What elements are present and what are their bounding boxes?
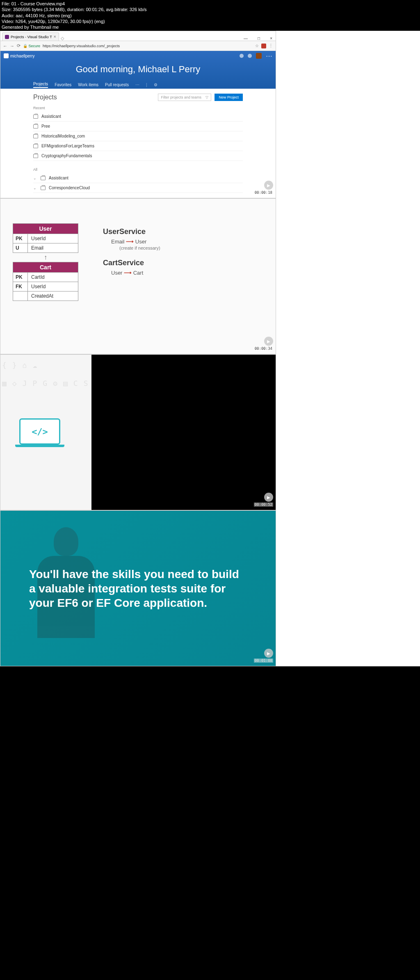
play-button[interactable]: ▶ [264,649,273,658]
video-metadata: File: 01 - Course Overview.mp4 Size: 350… [0,0,420,31]
user-table: User PKUserId UEmail [13,223,78,253]
nav-favorites[interactable]: Favorites [55,83,71,87]
reload-button[interactable]: ⟳ [17,43,21,48]
play-button[interactable]: ▶ [264,493,273,502]
nav-pull-requests[interactable]: Pull requests [105,83,129,87]
window-controls: — □ × [244,36,276,41]
nav-projects[interactable]: Projects [33,82,48,88]
minimize-button[interactable]: — [244,36,248,41]
column-name: UserId [28,234,78,243]
project-icon [33,154,38,158]
relation-arrow: ↑ [13,254,78,261]
project-name: HistoricalModeling_com [41,134,85,138]
vsts-body: Projects Filter projects and teams ▽ New… [0,89,276,198]
nav-work-items[interactable]: Work items [78,83,98,87]
service-mapping: User ⟶ Cart [111,270,160,276]
slide-text: You'll have the skills you need to build… [29,567,247,610]
service-title: CartService [103,259,160,267]
tab-favicon [5,35,9,39]
slide-right-pane [91,355,276,510]
project-icon [41,186,46,190]
column-name: CreatedAt [28,291,78,301]
project-item[interactable]: Pree [33,122,243,131]
play-button[interactable]: ▶ [264,337,273,346]
service-list: UserService Email ⟶ User (create if nece… [103,223,160,329]
project-item[interactable]: CryptographyFundamentals [33,151,243,161]
arrow-icon: ⟶ [124,270,132,276]
code-symbol: </> [19,418,60,445]
org-name: michaellperry [10,54,34,58]
play-overlay: ▶ 00:00:52 [254,493,273,507]
meta-generated: Generated by Thumbnail me [2,24,418,30]
arrow-icon: ⟶ [126,239,134,245]
timestamp: 00:01:08 [254,659,273,663]
project-item[interactable]: EFMigrationsForLargeTeams [33,141,243,151]
project-item[interactable]: ⌄CorrespondenceCloud [33,183,243,193]
maximize-button[interactable]: □ [258,36,260,41]
thumbnail-2: User PKUserId UEmail ↑ Cart PKCartId FKU… [0,198,276,354]
browser-tab[interactable]: Projects - Visual Studio T × [2,32,59,41]
play-overlay: ▶ 00:00:18 [254,181,273,195]
grid-icon[interactable] [240,54,244,58]
filter-input[interactable]: Filter projects and teams ▽ [158,94,211,101]
vsts-header: michaellperry ⋯ Good morning, Michael L … [0,51,276,89]
greeting-text: Good morning, Michael L Perry [0,61,276,75]
play-button[interactable]: ▶ [264,181,273,190]
meta-audio: Audio: aac, 44100 Hz, stereo (eng) [2,13,418,18]
projects-title: Projects [33,94,57,101]
close-icon[interactable]: × [54,34,56,39]
new-tab-button[interactable]: ◇ [61,36,66,41]
thumbnail-1: Projects - Visual Studio T × ◇ — □ × ← →… [0,31,276,198]
menu-icon[interactable]: ⋮ [269,43,273,48]
more-icon[interactable]: ⋯ [266,52,272,60]
bookmark-icon[interactable]: ☆ [255,44,259,48]
url-field[interactable]: https://michaellperry.visualstudio.com/_… [43,44,253,48]
key-type: U [13,243,28,252]
tab-title: Projects - Visual Studio T [11,35,52,39]
column-name: Email [28,243,78,252]
forward-button[interactable]: → [10,44,14,48]
vsts-top-actions: ⋯ [240,52,272,60]
table-header: User [13,224,78,234]
project-icon [41,176,46,180]
play-overlay: ▶ 00:01:08 [254,649,273,663]
project-icon [33,115,38,119]
project-item[interactable]: Assisticant [33,112,243,122]
filter-icon: ▽ [205,95,208,99]
key-type: FK [13,282,28,291]
column-name: UserId [28,282,78,291]
avatar[interactable] [256,53,262,59]
notification-icon[interactable] [248,54,252,58]
project-name: Assisticant [49,176,68,180]
thumbnail-4: You'll have the skills you need to build… [0,510,276,666]
back-button[interactable]: ← [3,44,7,48]
chevron-down-icon[interactable]: ⌄ [33,186,37,190]
browser-titlebar: Projects - Visual Studio T × ◇ — □ × [0,31,276,41]
nav-more[interactable]: ⋯ [135,83,139,87]
project-icon [33,144,38,148]
column-name: CartId [28,273,78,282]
timestamp: 00:00:18 [254,190,273,195]
key-type: PK [13,273,28,282]
play-overlay: ▶ 00:00:34 [254,337,273,351]
laptop-base [15,445,64,447]
close-button[interactable]: × [270,36,272,41]
new-project-button[interactable]: New Project [215,94,243,101]
timestamp: 00:00:34 [254,347,273,351]
project-name: CryptographyFundamentals [41,154,92,158]
gear-icon[interactable]: ⚙ [154,83,158,87]
chevron-down-icon[interactable]: ⌄ [33,176,37,180]
browser-address-bar: ← → ⟳ 🔒 Secure https://michaellperry.vis… [0,41,276,51]
section-all: All [33,168,243,172]
project-item[interactable]: ⌄Assisticant [33,173,243,183]
key-type [13,291,28,301]
project-item[interactable]: HistoricalModeling_com [33,131,243,141]
service-mapping: Email ⟶ User [111,239,160,245]
cart-table: Cart PKCartId FKUserId CreatedAt [13,262,78,301]
service-title: UserService [103,227,160,236]
extension-badge[interactable] [261,44,266,48]
vsts-logo[interactable]: michaellperry [4,53,34,58]
project-icon [33,134,38,138]
meta-size: Size: 3505595 bytes (3.34 MiB), duration… [2,7,418,12]
key-type: PK [13,234,28,243]
